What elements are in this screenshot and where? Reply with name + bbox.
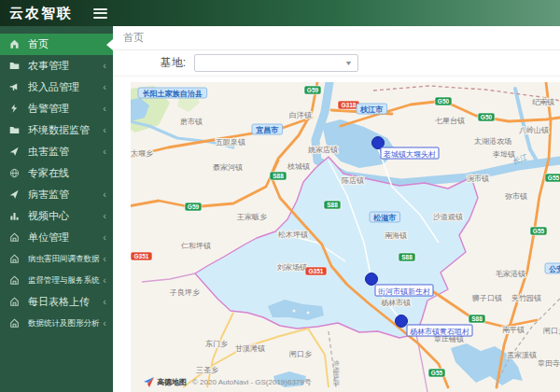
town-label: 太湖港农场 <box>474 137 511 146</box>
town-label: 大堰乡 <box>131 149 153 158</box>
chevron-left-icon: ‹ <box>103 104 106 114</box>
sidebar-item-14[interactable]: 数据统计及图形分析‹ <box>0 313 113 334</box>
town-label: 夹竹园镇 <box>511 294 541 302</box>
town-label: 章田寺乡 <box>538 359 560 368</box>
sidebar-item-label: 环境数据监管 <box>28 123 90 137</box>
town-label: 仁和坪镇 <box>180 242 211 250</box>
svg-text:G55: G55 <box>431 370 443 376</box>
menu-toggle-icon[interactable] <box>93 8 107 19</box>
sidebar-item-13[interactable]: 每日表格上传‹ <box>0 291 113 313</box>
sidebar-item-9[interactable]: 视频中心‹ <box>0 205 113 227</box>
base-select-label: 基地: <box>113 55 186 71</box>
base-filter-row: 基地: ▼ <box>113 50 560 77</box>
sidebar-item-label: 病虫害田间调查数据 <box>28 254 100 265</box>
town-label: 闸口乡 <box>543 327 560 335</box>
town-label: 子良坪乡 <box>169 288 200 297</box>
island <box>307 312 310 315</box>
town-label: 七星台镇 <box>435 117 465 125</box>
town-label: 枝城镇 <box>287 162 310 171</box>
chevron-left-icon: ‹ <box>103 275 106 286</box>
town-label: 狮子口镇 <box>471 294 502 302</box>
road-badge: S88 <box>399 253 415 261</box>
sidebar-item-11[interactable]: 病虫害田间调查数据‹ <box>0 248 113 270</box>
sidebar-item-label: 告警管理 <box>28 102 69 116</box>
map-copyright: © 2020 AutoNavi - GS(2019)6379号 <box>192 377 312 387</box>
town-label: 沙道观镇 <box>433 213 463 221</box>
app-title: 云农智联 <box>9 5 73 22</box>
home-outline-icon <box>9 232 21 244</box>
road-badge: G50 <box>478 113 495 121</box>
road-badge: G50 <box>435 97 452 105</box>
folder-icon <box>9 125 21 136</box>
home-outline-icon <box>9 254 21 265</box>
town-label: 松木坪镇 <box>278 231 308 239</box>
town-label: 南平镇 <box>502 326 525 334</box>
chevron-left-icon: ‹ <box>103 318 106 329</box>
sidebar-item-1[interactable]: 首页 <box>0 34 113 55</box>
svg-text:G59: G59 <box>307 87 319 93</box>
map-canvas[interactable]: 磨市镇大堰乡五眼泉镇聂家河镇姚家店镇枝城镇白洋镇七星台镇纪南镇八岭山镇太湖港农场… <box>131 82 560 392</box>
town-label: 陈店镇 <box>342 176 364 185</box>
sidebar-item-8[interactable]: 病害监管‹ <box>0 184 113 205</box>
town-label: 孟家溪镇 <box>507 351 537 359</box>
sidebar-item-label: 视频中心 <box>28 209 69 223</box>
sidebar-item-2[interactable]: 农事管理‹ <box>0 55 113 77</box>
road-badge: S88 <box>469 315 485 323</box>
svg-text:街河市镇新生村: 街河市镇新生村 <box>378 287 430 296</box>
chevron-left-icon: ‹ <box>103 297 106 307</box>
sidebar-menu: 首页农事管理‹投入品管理‹告警管理‹环境数据监管‹虫害监管‹专家在线病害监管‹视… <box>0 26 113 334</box>
nav-arrow-icon <box>9 189 21 201</box>
sidebar-item-label: 农事管理 <box>28 59 69 73</box>
road-badge: G351 <box>305 267 327 275</box>
app-header: 云农智联 <box>0 0 560 26</box>
sidebar-item-label: 病害监管 <box>28 188 69 202</box>
chevron-left-icon: ‹ <box>103 82 106 92</box>
city-label: 长阳土家族自治县 <box>138 88 207 98</box>
town-label: 八岭山镇 <box>519 126 549 134</box>
svg-text:G318: G318 <box>342 102 357 108</box>
sidebar-item-7[interactable]: 专家在线 <box>0 162 113 184</box>
svg-text:S88: S88 <box>327 202 338 208</box>
chevron-left-icon: ‹ <box>103 125 106 135</box>
sidebar-item-label: 监督管理与服务系统 <box>28 275 100 287</box>
road-badge: G55 <box>428 369 445 377</box>
road-badge: G351 <box>131 252 152 260</box>
base-select[interactable]: ▼ <box>194 54 358 72</box>
megaphone-icon <box>9 82 21 93</box>
town-label: 聂家河镇 <box>213 163 243 172</box>
svg-text:松滋市: 松滋市 <box>372 213 396 222</box>
svg-text:S88: S88 <box>471 315 483 322</box>
svg-text:G50: G50 <box>438 98 450 105</box>
sidebar: 首页农事管理‹投入品管理‹告警管理‹环境数据监管‹虫害监管‹专家在线病害监管‹视… <box>0 26 113 392</box>
city-label: 松滋市 <box>370 212 400 222</box>
town-label: 南海镇 <box>385 231 407 240</box>
town-label: 东门乡 <box>205 340 228 348</box>
sidebar-item-10[interactable]: 单位管理‹ <box>0 227 113 248</box>
sidebar-item-label: 虫害监管 <box>28 145 69 159</box>
bar-chart-icon <box>9 211 21 222</box>
map-attribution: 高德地图 © 2020 AutoNavi - GS(2019)6379号 <box>143 376 312 388</box>
town-label: 闸口乡 <box>289 350 312 358</box>
sidebar-item-12[interactable]: 监督管理与服务系统‹ <box>0 270 113 291</box>
svg-text:枝江市: 枝江市 <box>359 105 383 114</box>
home-outline-icon <box>9 275 21 287</box>
bolt-icon <box>9 104 21 115</box>
town-label: 磨市镇 <box>180 118 203 126</box>
main-content: 首页 基地: ▼ <box>113 26 560 392</box>
town-label: 毛家港镇 <box>496 270 525 278</box>
town-label: 三圣乡 <box>196 366 218 374</box>
town-label: 刘家场镇 <box>277 263 307 272</box>
svg-text:G55: G55 <box>533 228 545 234</box>
svg-text:老城镇大堰头村: 老城镇大堰头村 <box>383 150 436 159</box>
sidebar-item-3[interactable]: 投入品管理‹ <box>0 77 113 98</box>
sidebar-item-label: 数据统计及图形分析 <box>28 318 100 329</box>
active-item-arrow <box>106 39 113 50</box>
sidebar-item-5[interactable]: 环境数据监管‹ <box>0 119 113 141</box>
breadcrumb[interactable]: 首页 <box>123 31 144 45</box>
town-label: 白洋镇 <box>289 111 312 119</box>
svg-text:S88: S88 <box>273 173 284 179</box>
sidebar-item-6[interactable]: 虫害监管‹ <box>0 141 113 162</box>
sidebar-item-4[interactable]: 告警管理‹ <box>0 98 113 119</box>
globe-icon <box>9 168 21 179</box>
folder-icon <box>9 61 21 72</box>
